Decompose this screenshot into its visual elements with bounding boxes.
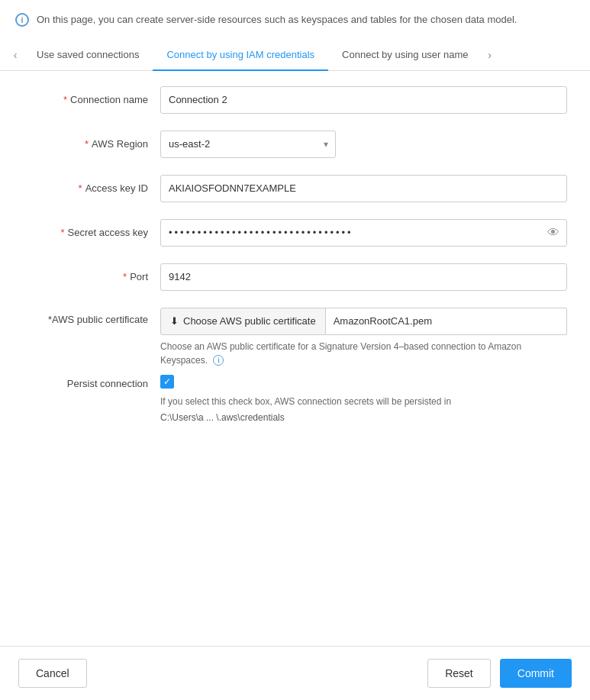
persist-label: Persist connection: [23, 375, 160, 389]
secret-key-wrapper: 👁: [160, 219, 567, 247]
required-marker: *: [60, 227, 64, 238]
persist-connection-row: Persist connection ✓ If you select this …: [23, 375, 567, 423]
cert-hint-info-icon: i: [213, 355, 224, 366]
persist-checkbox-wrapper: ✓: [160, 375, 567, 389]
reset-button[interactable]: Reset: [427, 659, 491, 688]
secret-key-row: *Secret access key 👁: [23, 219, 567, 247]
form-container: *Connection name *AWS Region us-east-2 u…: [0, 71, 590, 647]
persist-checkbox[interactable]: ✓: [160, 375, 174, 389]
choose-cert-label: Choose AWS public certificate: [183, 315, 316, 327]
secret-key-input[interactable]: [160, 219, 567, 247]
footer-right: Reset Commit: [427, 659, 572, 688]
required-marker: *: [85, 138, 89, 150]
aws-region-select[interactable]: us-east-2 us-east-1 us-west-1 us-west-2 …: [160, 131, 336, 158]
access-key-input[interactable]: [160, 175, 567, 202]
persist-content: ✓ If you select this check box, AWS conn…: [160, 375, 567, 423]
secret-key-label: *Secret access key: [23, 227, 160, 238]
tabs-container: ‹ Use saved connections Connect by using…: [0, 40, 590, 71]
connection-name-input[interactable]: [160, 86, 567, 114]
connection-name-label: *Connection name: [23, 94, 160, 105]
aws-region-label: *AWS Region: [23, 138, 160, 150]
certificate-filename: AmazonRootCA1.pem: [326, 308, 567, 335]
left-arrow[interactable]: ‹: [8, 49, 23, 61]
certificate-row: *AWS public certificate ⬇ Choose AWS pub…: [23, 308, 567, 367]
checkmark-icon: ✓: [163, 377, 171, 386]
show-password-icon[interactable]: 👁: [547, 226, 559, 240]
commit-button[interactable]: Commit: [500, 659, 572, 688]
cancel-button[interactable]: Cancel: [18, 659, 87, 688]
page-container: i On this page, you can create server-si…: [0, 0, 590, 700]
aws-region-select-wrapper: us-east-2 us-east-1 us-west-1 us-west-2 …: [160, 131, 336, 158]
required-marker: *: [63, 94, 67, 105]
certificate-hint: Choose an AWS public certificate for a S…: [160, 340, 567, 367]
certificate-content: ⬇ Choose AWS public certificate AmazonRo…: [160, 308, 567, 367]
info-icon: i: [15, 13, 29, 27]
right-arrow[interactable]: ›: [482, 49, 498, 61]
credentials-path: C:\Users\a ... \.aws\credentials: [160, 412, 567, 423]
info-text: On this page, you can create server-side…: [37, 12, 517, 27]
access-key-row: *Access key ID: [23, 175, 567, 202]
port-row: *Port: [23, 263, 567, 291]
footer: Cancel Reset Commit: [0, 646, 590, 700]
port-label: *Port: [23, 271, 160, 282]
required-marker: *: [79, 182, 82, 194]
certificate-label: *AWS public certificate: [23, 308, 160, 325]
certificate-file-row: ⬇ Choose AWS public certificate AmazonRo…: [160, 308, 567, 335]
info-banner: i On this page, you can create server-si…: [0, 0, 590, 40]
download-icon: ⬇: [170, 315, 179, 327]
connection-name-row: *Connection name: [23, 86, 567, 114]
tab-saved-connections[interactable]: Use saved connections: [23, 40, 153, 71]
port-input[interactable]: [160, 263, 567, 291]
tab-username[interactable]: Connect by using user name: [328, 40, 482, 71]
aws-region-row: *AWS Region us-east-2 us-east-1 us-west-…: [23, 131, 567, 158]
persist-hint: If you select this check box, AWS connec…: [160, 395, 567, 409]
required-marker: *: [123, 271, 127, 282]
access-key-label: *Access key ID: [23, 182, 160, 194]
tab-iam-credentials[interactable]: Connect by using IAM credentials: [153, 40, 328, 71]
choose-certificate-button[interactable]: ⬇ Choose AWS public certificate: [160, 308, 326, 335]
